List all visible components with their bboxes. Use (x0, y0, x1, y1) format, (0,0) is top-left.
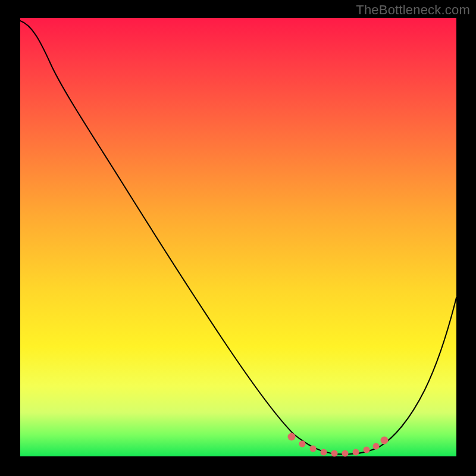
bottleneck-curve (20, 18, 456, 456)
curve-path (20, 21, 456, 454)
chart-frame: TheBottleneck.com (0, 0, 476, 476)
plot-area (20, 18, 456, 456)
watermark-text: TheBottleneck.com (356, 2, 470, 18)
